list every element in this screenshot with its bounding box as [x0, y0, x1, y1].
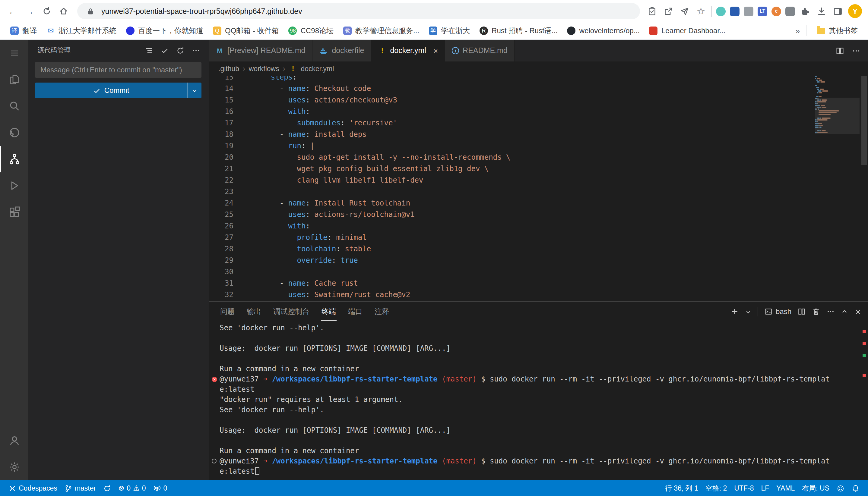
eol-sequence[interactable]: LF	[757, 480, 773, 496]
puzzle-icon[interactable]	[799, 5, 811, 17]
terminal-output[interactable]: See 'docker run --help'.Usage: docker ru…	[209, 321, 868, 480]
commit-dropdown[interactable]	[187, 82, 201, 98]
close-panel-icon[interactable]	[854, 308, 862, 315]
editor-tab[interactable]: M[Preview] README.md	[209, 40, 312, 61]
terminal-instance[interactable]: bash	[764, 307, 791, 316]
new-terminal-icon[interactable]	[731, 307, 739, 316]
open-in-new-icon[interactable]	[662, 5, 674, 17]
editor-more-icon[interactable]	[852, 46, 861, 55]
keyboard-layout[interactable]: 布局: US	[798, 480, 833, 496]
languagetool-extension-icon[interactable]: LT	[758, 6, 767, 16]
split-terminal-icon[interactable]	[797, 307, 806, 316]
commit-button[interactable]: Commit	[35, 82, 201, 98]
code-line: 20 sudo apt-get install -y --no-install-…	[209, 152, 868, 163]
side-panel-icon[interactable]	[832, 5, 844, 17]
encoding[interactable]: UTF-8	[731, 480, 757, 496]
source-control-icon[interactable]	[0, 146, 28, 172]
editor-scrollbar[interactable]	[860, 76, 868, 301]
explorer-icon[interactable]	[0, 66, 28, 93]
back-icon[interactable]: ←	[5, 3, 20, 19]
grid-extension-icon[interactable]	[744, 6, 753, 16]
blue-extension-icon[interactable]	[730, 6, 739, 16]
panel-tab-端口[interactable]: 端口	[347, 303, 363, 321]
clipboard-icon[interactable]	[646, 5, 658, 17]
commit-check-icon[interactable]	[161, 46, 169, 55]
editor-tab[interactable]: !docker.yml×	[371, 40, 445, 61]
bookmark-item[interactable]: QQQ邮箱 - 收件箱	[209, 24, 283, 38]
menu-icon[interactable]	[0, 40, 28, 66]
address-bar[interactable]: yunwei37-potential-space-trout-rpr5qwj66…	[77, 3, 640, 19]
branch-indicator[interactable]: master	[61, 480, 100, 496]
bookmark-star-icon[interactable]: ☆	[695, 5, 707, 17]
indentation[interactable]: 空格: 2	[702, 480, 731, 496]
cursor-position[interactable]: 行 36, 列 1	[661, 480, 702, 496]
close-tab-icon[interactable]: ×	[433, 46, 438, 55]
extensions-icon[interactable]	[0, 199, 28, 226]
ports-indicator[interactable]: 0	[149, 480, 171, 496]
editor-pane[interactable]: 13 steps:14 - name: Checkout code15 uses…	[209, 76, 868, 301]
bookmark-item[interactable]: weloveinterns/op...	[563, 25, 644, 37]
bookmark-favicon: ✉	[46, 27, 55, 35]
commit-button-main[interactable]: Commit	[35, 86, 187, 95]
terminal-profile-chevron-icon[interactable]	[745, 308, 752, 315]
minimap[interactable]	[815, 76, 859, 301]
breadcrumb-item[interactable]: .github	[218, 65, 239, 72]
profile-avatar[interactable]: Y	[848, 4, 862, 18]
editor-tab[interactable]: iREADME.md	[445, 40, 515, 61]
share-icon[interactable]	[678, 5, 691, 17]
run-debug-icon[interactable]	[0, 172, 28, 199]
teal-extension-icon[interactable]	[716, 6, 725, 16]
orange-extension-icon[interactable]: c	[772, 6, 781, 16]
notifications-bell-icon[interactable]	[848, 480, 863, 496]
bookmarks-overflow-chevron[interactable]: »	[796, 26, 800, 35]
code-token: :	[293, 76, 297, 81]
columns-extension-icon[interactable]	[785, 6, 795, 16]
panel-tab-输出[interactable]: 输出	[246, 303, 262, 321]
screen: ← → yunwei37-potential-space-trout-rpr5q…	[0, 0, 868, 496]
bookmark-item[interactable]: 学学在浙大	[425, 24, 474, 38]
github-icon[interactable]	[0, 119, 28, 146]
breadcrumb-item[interactable]: docker.yml	[301, 65, 334, 72]
terminal-shell-label: bash	[776, 307, 791, 316]
bookmark-item[interactable]: Learner Dashboar...	[645, 25, 730, 37]
feedback-smiley-icon[interactable]	[833, 480, 848, 496]
search-icon[interactable]	[0, 93, 28, 119]
panel-tabs: 问题输出调试控制台终端端口注释	[220, 303, 401, 321]
bookmark-item[interactable]: 98CC98论坛	[284, 24, 338, 38]
bookmark-item[interactable]: ✉浙江大学邮件系统	[42, 24, 121, 38]
maximize-panel-icon[interactable]	[841, 308, 848, 315]
bookmark-item[interactable]: 百度一下，你就知道	[122, 24, 208, 38]
terminal-text: @yunwei37	[220, 375, 263, 383]
other-bookmarks[interactable]: 其他书签	[812, 24, 862, 38]
problems-indicator[interactable]: ⊗ 0 ⚠ 0	[115, 480, 149, 496]
line-number: 15	[209, 95, 234, 106]
forward-icon[interactable]: →	[22, 3, 38, 19]
downloads-icon[interactable]	[815, 5, 827, 17]
panel-tab-调试控制台[interactable]: 调试控制台	[273, 303, 310, 321]
bookmark-item[interactable]: RRust 招聘 - Rust语...	[475, 24, 562, 38]
panel-tab-终端[interactable]: 终端	[321, 303, 336, 321]
bookmark-item[interactable]: 译翻译	[6, 24, 41, 38]
minimap-slider[interactable]	[815, 98, 859, 134]
split-editor-icon[interactable]	[835, 46, 844, 55]
panel-tab-问题[interactable]: 问题	[220, 303, 235, 321]
breadcrumb-item[interactable]: workflows	[249, 65, 279, 72]
bookmark-item[interactable]: 教教学管理信息服务...	[339, 24, 423, 38]
reload-icon[interactable]	[39, 3, 54, 19]
scrollbar-thumb[interactable]	[862, 76, 867, 165]
refresh-icon[interactable]	[176, 46, 184, 55]
commit-message-input[interactable]	[35, 62, 201, 78]
editor-tab[interactable]: dockerfile	[312, 40, 371, 61]
sync-indicator[interactable]	[100, 480, 115, 496]
bookmarks-list: 译翻译✉浙江大学邮件系统百度一下，你就知道QQQ邮箱 - 收件箱98CC98论坛…	[6, 24, 730, 38]
kill-terminal-icon[interactable]	[812, 307, 820, 316]
account-icon[interactable]	[0, 427, 28, 454]
panel-tab-注释[interactable]: 注释	[374, 303, 390, 321]
view-as-list-icon[interactable]	[145, 46, 153, 55]
settings-gear-icon[interactable]	[0, 454, 28, 480]
remote-indicator[interactable]: Codespaces	[5, 480, 61, 496]
panel-more-icon[interactable]	[826, 307, 835, 316]
home-icon[interactable]	[56, 3, 71, 19]
language-mode[interactable]: YAML	[773, 480, 798, 496]
more-actions-icon[interactable]	[192, 46, 200, 55]
